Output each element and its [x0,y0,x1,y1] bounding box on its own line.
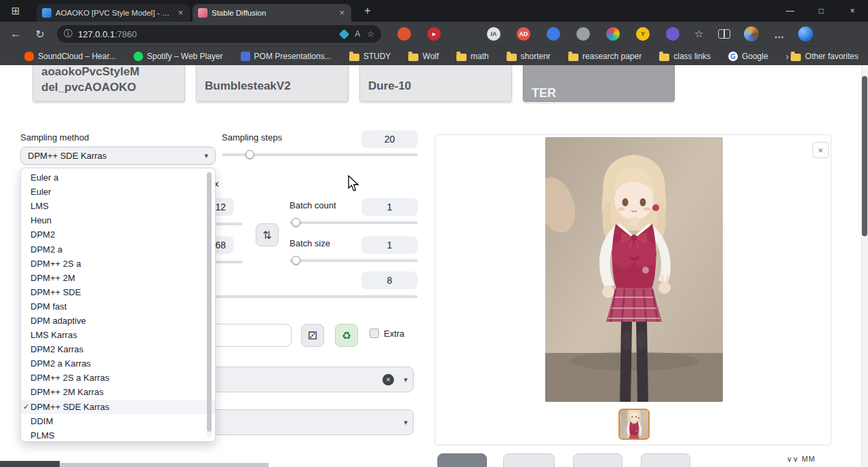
shopping-tag-icon[interactable] [339,29,350,39]
tab-stable-diffusion[interactable]: Stable Diffusion × [193,4,351,22]
model-card-dure10[interactable]: Dure-10 [359,65,512,102]
read-aloud-icon[interactable]: A [355,29,360,39]
bookmark-item[interactable]: Wolf [408,52,439,61]
sampler-option[interactable]: DPM++ 2S a [21,257,215,271]
sampler-option[interactable]: DPM2 a [21,242,215,256]
refresh-button[interactable]: ↻ [31,28,49,41]
purple-ext-icon[interactable] [666,27,679,41]
swap-dimensions-button[interactable]: ⇅ [256,223,279,246]
save-button[interactable] [437,453,487,467]
site-info-icon[interactable]: ⓘ [64,28,73,40]
cfg-scale-input[interactable]: 8 [361,272,418,289]
google-icon: G [728,52,738,61]
bookmark-item[interactable]: Spotify – Web Player [134,52,223,61]
red-play-ext-icon[interactable]: ▸ [427,27,441,41]
batch-count-slider[interactable] [290,221,418,224]
sampler-option[interactable]: DPM fast [21,299,215,314]
send-to-img2img-button[interactable] [573,453,623,467]
sampler-option[interactable]: DPM2 a Karras [21,356,215,371]
sampler-option[interactable]: LMS Karras [21,328,215,342]
address-bar[interactable]: ⓘ 127.0.0.1:7860 A ☆ [57,25,381,43]
close-gallery-button[interactable]: × [812,142,829,158]
extra-seed-label: Extra [384,329,404,339]
copilot-icon[interactable] [798,26,813,41]
clear-selection-icon[interactable]: × [382,374,394,386]
tab-close-icon[interactable]: × [338,7,346,18]
slider-thumb[interactable] [292,256,300,265]
bookmark-item[interactable]: shortenr [507,52,551,61]
reuse-seed-recycle-button[interactable]: ♻ [335,324,358,347]
batch-size-input[interactable]: 1 [361,236,418,254]
sampler-option[interactable]: Euler a [21,170,215,185]
sampler-option[interactable]: DPM2 Karras [21,342,215,356]
bookmark-item[interactable]: POM Presentations... [241,52,332,61]
blue-ext-icon[interactable] [547,27,560,41]
pin-ext-icon[interactable] [576,27,590,41]
dark-ext-icon[interactable] [457,27,471,41]
bookmark-item[interactable]: SoundCloud – Hear... [24,52,116,61]
favorite-star-icon[interactable]: ☆ [367,29,374,39]
vertical-scrollbar-thumb[interactable] [862,76,867,236]
bookmarks-overflow-icon[interactable]: › [786,51,789,62]
extra-seed-checkbox[interactable] [370,329,379,338]
bookmark-item[interactable]: class links [659,52,711,61]
model-card-aoaoko[interactable]: aoaokoPvcStyleM del_pvcAOAOKO [33,65,185,102]
send-to-inpaint-button[interactable] [641,453,690,467]
folder-icon [456,54,467,61]
split-screen-icon[interactable] [718,29,730,39]
close-window-button[interactable]: × [837,0,868,22]
maximize-button[interactable]: □ [806,0,837,22]
sampler-option[interactable]: DPM++ 2M Karras [21,385,215,399]
gallery-thumbnail[interactable] [618,409,650,440]
multicolor-ext-icon[interactable] [606,27,620,41]
back-button[interactable]: ← [7,28,24,40]
batch-size-slider[interactable] [290,259,418,262]
model-card-label: TER [532,86,556,100]
more-menu-icon[interactable]: … [774,29,785,40]
slider-thumb[interactable] [245,150,254,159]
ia-ext-icon[interactable]: IA [487,27,500,41]
other-favorites[interactable]: Other favorites [791,52,859,61]
batch-count-label: Batch count [290,200,336,210]
sampler-option[interactable]: ✓DPM++ SDE Karras [21,400,215,414]
bookmark-label: math [471,52,489,61]
bookmark-item[interactable]: reasearch paper [568,52,642,61]
sampler-option[interactable]: DPM adaptive [21,314,215,328]
random-seed-dice-button[interactable]: ⚂ [301,324,324,347]
tab-close-icon[interactable]: × [176,7,184,18]
sampler-option[interactable]: LMS [21,199,215,213]
profile-avatar[interactable] [744,26,759,41]
model-card-ter[interactable]: TER [523,65,675,102]
horizontal-scrollbar-dark-segment[interactable] [0,461,60,467]
tab-actions-button[interactable]: ⊞ [7,3,24,18]
bookmark-item[interactable]: STUDY [349,52,391,61]
slider-thumb[interactable] [292,218,300,227]
sampling-steps-input[interactable]: 20 [361,130,418,148]
sampler-option[interactable]: DPM++ 2M [21,271,215,285]
model-card-bumblesteak[interactable]: BumblesteakV2 [196,65,349,102]
tab-aoaoko[interactable]: AOAOKO [PVC Style Model] - PV... × [37,4,190,22]
minimize-button[interactable]: — [774,0,806,22]
sampler-option[interactable]: DPM2 [21,227,215,242]
bookmark-item[interactable]: math [456,52,489,61]
sampler-option[interactable]: Euler [21,185,215,199]
sampler-option[interactable]: PLMS [21,428,215,443]
sampler-option[interactable]: DPM++ SDE [21,285,215,299]
batch-count-input[interactable]: 1 [361,198,418,216]
sampling-method-dropdown[interactable]: DPM++ SDE Karras ▾ [20,147,216,165]
sampler-option[interactable]: Heun [21,213,215,227]
new-tab-button[interactable]: + [359,4,376,18]
bookmark-item[interactable]: GGoogle [728,52,768,61]
sampler-option[interactable]: DDIM [21,414,215,428]
dropdown-scrollbar-thumb[interactable] [207,172,212,432]
sampler-option[interactable]: DPM++ 2S a Karras [21,371,215,385]
ad-ext-icon[interactable]: AD [517,27,530,41]
yellow-ext-icon[interactable]: Y [636,27,650,41]
page-content: aoaokoPvcStyleM del_pvcAOAOKO Bumblestea… [0,65,868,467]
horizontal-scrollbar-thumb[interactable] [60,463,269,467]
orange-red-ext-icon[interactable] [397,27,411,41]
favorites-bar-icon[interactable]: ☆ [694,28,703,40]
generated-image[interactable] [545,137,723,402]
zip-button[interactable] [503,453,555,467]
sampling-steps-slider[interactable] [222,153,418,156]
